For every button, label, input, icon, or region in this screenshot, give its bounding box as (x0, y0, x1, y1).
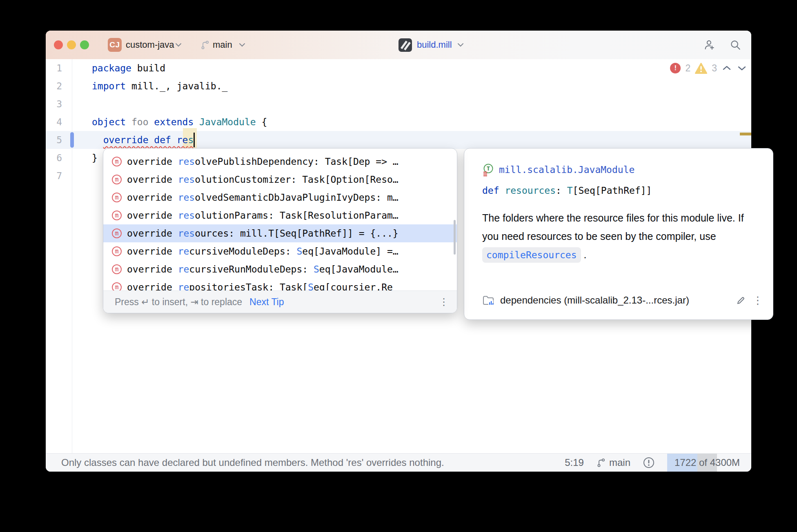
status-message: Only classes can have declared but undef… (61, 457, 444, 468)
method-icon: m (112, 157, 122, 166)
scala-trait-icon: T (482, 163, 494, 176)
code-line: } (92, 149, 98, 167)
chevron-down-icon (238, 42, 246, 47)
svg-text:T: T (487, 165, 490, 172)
completion-item[interactable]: moverride recursiveModuleDeps: Seq[JavaM… (103, 242, 457, 260)
error-count: 2 (685, 63, 690, 74)
chevron-down-icon (457, 42, 464, 47)
vcs-branch-selector[interactable]: main (213, 31, 232, 59)
mill-file-icon (398, 38, 412, 52)
search-icon[interactable] (729, 39, 741, 51)
line-number: 7 (46, 167, 62, 185)
next-problem-button[interactable] (737, 64, 747, 72)
documentation-popup: T mill.scalalib.JavaModule def resources… (464, 148, 773, 320)
symbol-signature: def resources: T[Seq[PathRef]] (482, 185, 652, 196)
method-icon: m (112, 175, 122, 184)
line-number: 6 (46, 149, 62, 167)
minimize-button[interactable] (67, 40, 76, 49)
caret-position-widget[interactable]: 5:19 (565, 457, 584, 468)
completion-popup: moverride resolvePublishDependency: Task… (103, 148, 457, 313)
next-tip-link[interactable]: Next Tip (249, 297, 284, 308)
more-options-icon[interactable]: ⋮ (752, 295, 763, 306)
containing-class-link[interactable]: mill.scalalib.JavaModule (499, 164, 634, 175)
git-branch-icon (200, 40, 210, 50)
method-icon: m (112, 264, 122, 274)
completion-item[interactable]: moverride recursiveRunModuleDeps: Seq[Ja… (103, 260, 457, 278)
scrollbar-warning-stripe (740, 133, 751, 135)
method-icon: m (112, 282, 122, 291)
error-squiggle: override def res (103, 135, 194, 145)
title-bar: CJ custom-java main (46, 31, 751, 60)
doc-description: The folders where the resource files for… (482, 209, 760, 264)
add-user-icon[interactable] (703, 39, 715, 51)
edit-icon[interactable] (735, 295, 747, 306)
completion-item[interactable]: moverride resolvedSemanticDbJavaPluginIv… (103, 188, 457, 206)
method-icon: m (112, 246, 122, 256)
compile-resources-link[interactable]: compileResources (482, 247, 581, 263)
more-options-icon[interactable]: ⋮ (439, 297, 449, 307)
code-line-caret: override def res (92, 131, 194, 149)
warning-count: 3 (712, 63, 717, 74)
memory-indicator[interactable]: 1722 of 4300M (667, 454, 747, 472)
notifications-icon[interactable] (643, 457, 655, 469)
git-branch-icon (596, 458, 606, 468)
line-number: 4 (46, 113, 62, 131)
caret-line-gutter-marker (70, 132, 74, 148)
method-icon: m (112, 193, 122, 202)
fullscreen-button[interactable] (80, 40, 89, 49)
method-icon: m (112, 228, 122, 238)
completion-item[interactable]: moverride resolvePublishDependency: Task… (103, 153, 457, 171)
previous-problem-button[interactable] (721, 64, 732, 72)
code-line: package build (92, 59, 165, 77)
completion-item[interactable]: moverride resolutionCustomizer: Task[Opt… (103, 171, 457, 188)
completion-item[interactable]: moverride repositoriesTask: Task[Seq[cou… (103, 278, 457, 291)
completion-scrollbar[interactable] (454, 220, 456, 255)
project-selector[interactable]: custom-java (126, 31, 174, 59)
error-icon: ! (670, 63, 681, 73)
file-switcher[interactable]: build.mill (398, 31, 464, 59)
chevron-down-icon (175, 42, 182, 47)
doc-source-row: dependencies (mill-scalalib_2.13-...rces… (482, 292, 763, 308)
branch-name: main (609, 457, 630, 468)
close-button[interactable] (54, 40, 63, 49)
completion-item[interactable]: moverride resolutionParams: Task[Resolut… (103, 206, 457, 224)
text-caret (194, 133, 195, 147)
gutter-separator (72, 59, 72, 454)
code-line: import mill._, javalib._ (92, 77, 227, 95)
project-icon[interactable]: CJ (108, 38, 122, 52)
completion-list: moverride resolvePublishDependency: Task… (103, 153, 457, 291)
branch-widget[interactable]: main (596, 457, 630, 468)
file-name: build.mill (417, 40, 452, 50)
code-line: object foo extends JavaModule { (92, 113, 267, 131)
method-icon: m (112, 211, 122, 220)
status-bar: Only classes can have declared but undef… (46, 453, 751, 472)
inspections-widget[interactable]: ! 2 3 (670, 62, 747, 75)
warning-icon (695, 63, 707, 74)
line-number: 5 (46, 131, 62, 149)
completion-hint: Press ↵ to insert, ⇥ to replace (115, 297, 242, 308)
desktop: CJ custom-java main (0, 0, 797, 532)
line-number: 1 (46, 59, 62, 77)
completion-hint-bar: Press ↵ to insert, ⇥ to replace Next Tip… (103, 290, 457, 313)
doc-source-label: dependencies (mill-scalalib_2.13-...rces… (500, 295, 689, 306)
completion-item-selected[interactable]: moverride resources: mill.T[Seq[PathRef]… (103, 224, 457, 242)
library-folder-icon (482, 295, 494, 306)
line-number: 2 (46, 77, 62, 95)
line-number: 3 (46, 95, 62, 113)
